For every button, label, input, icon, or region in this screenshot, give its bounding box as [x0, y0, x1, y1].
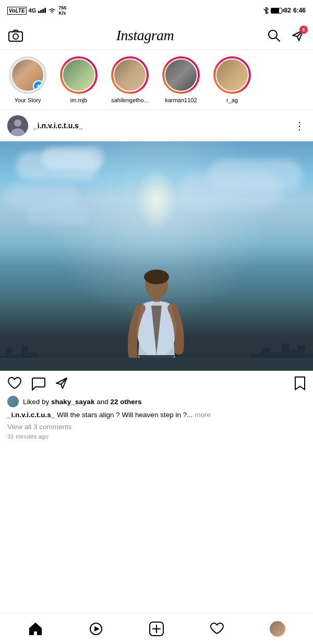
signal-bars: [38, 8, 46, 13]
post-image[interactable]: [0, 141, 313, 371]
network-type: 4G: [29, 7, 37, 14]
send-button[interactable]: 5: [291, 29, 305, 42]
share-icon: [55, 376, 68, 390]
stories-row: + Your Story im.mjb sahilengetho... karm…: [0, 50, 313, 110]
home-icon: [29, 622, 42, 636]
heart-nav-icon: [210, 623, 224, 635]
caption-text: Will the stars align ? Will heaven step …: [57, 411, 192, 419]
person-figure: [123, 225, 190, 371]
time-display: 6:46: [293, 7, 306, 14]
comment-button[interactable]: [31, 376, 45, 391]
more-options-button[interactable]: ⋮: [294, 119, 306, 132]
liked-by-avatar: [7, 396, 19, 407]
story-item-your-story[interactable]: + Your Story: [4, 56, 51, 103]
story-ring-karman: [162, 56, 200, 94]
notification-badge: 5: [299, 26, 308, 34]
carrier-label: VoLTE: [7, 7, 27, 15]
action-left: [7, 376, 68, 391]
bottom-nav-reels[interactable]: [66, 613, 126, 644]
status-right: 82 6:46: [263, 7, 306, 14]
save-button[interactable]: [294, 376, 306, 391]
svg-point-4: [14, 119, 21, 127]
svg-point-8: [144, 270, 169, 284]
top-nav: Instagram 5: [0, 21, 313, 50]
share-button[interactable]: [55, 376, 68, 390]
story-avatar-imjb: [62, 58, 95, 92]
post-header: _i.n.v.i.c.t.u.s_ ⋮: [0, 110, 313, 141]
story-item-karman[interactable]: karman1102: [158, 56, 204, 103]
battery-percent: 82: [284, 7, 291, 14]
bottom-nav-home[interactable]: [5, 613, 66, 644]
post-username[interactable]: _i.n.v.i.c.t.u.s_: [33, 121, 83, 130]
battery-icon: [271, 8, 282, 14]
bookmark-icon: [294, 376, 306, 391]
story-avatar-karman: [164, 58, 198, 92]
nav-icons: 5: [267, 29, 305, 42]
story-avatar-rag: [215, 58, 249, 92]
story-ring-rag: [213, 56, 251, 94]
story-item-imjb[interactable]: im.mjb: [55, 56, 102, 103]
liked-by-prefix: Liked by: [23, 398, 49, 406]
cloud-5: [177, 173, 282, 209]
story-label-imjb: im.mjb: [70, 97, 87, 103]
add-story-button[interactable]: +: [33, 80, 44, 92]
caption-username[interactable]: _i.n.v.i.c.t.u.s_: [7, 411, 55, 419]
story-ring-imjb: [60, 56, 98, 94]
liked-by-and: and: [97, 398, 110, 406]
bluetooth-icon: [263, 7, 269, 14]
comment-icon: [31, 376, 45, 391]
app-logo: Instagram: [116, 27, 174, 44]
bottom-nav-add[interactable]: [126, 613, 187, 644]
liked-by-username[interactable]: shaky_sayak: [51, 398, 94, 406]
story-item-sahil[interactable]: sahilengetho...: [106, 56, 153, 103]
post-caption: _i.n.v.i.c.t.u.s_ Will the stars align ?…: [7, 410, 306, 420]
speed-label: 755K/s: [58, 5, 66, 16]
camera-button[interactable]: [8, 29, 23, 42]
cloud-2: [42, 147, 104, 170]
add-icon: [149, 622, 164, 636]
search-icon: [267, 29, 281, 42]
like-button[interactable]: [7, 376, 22, 390]
post-timestamp: 31 minutes ago: [7, 433, 306, 440]
status-bar: VoLTE 4G 755K/s 82 6:46: [0, 0, 313, 21]
story-item-rag[interactable]: r_ag: [209, 56, 256, 103]
search-button[interactable]: [267, 29, 281, 42]
story-label-sahil: sahilengetho...: [111, 97, 149, 103]
liked-by-count[interactable]: 22 others: [110, 398, 141, 406]
bottom-nav-profile[interactable]: [247, 613, 308, 644]
story-ring-sahil: [111, 56, 149, 94]
bottom-nav: [0, 613, 313, 644]
liked-by: Liked by shaky_sayak and 22 others: [7, 396, 306, 407]
light-burst: [136, 167, 177, 230]
svg-rect-0: [9, 32, 22, 41]
story-ring-your-story: +: [9, 56, 46, 94]
bottom-nav-likes[interactable]: [187, 613, 247, 644]
battery-fill: [271, 8, 279, 13]
caption-more-link[interactable]: more: [195, 411, 211, 419]
post-user-info: _i.n.v.i.c.t.u.s_: [7, 115, 83, 136]
svg-point-1: [13, 34, 18, 39]
liked-by-text: Liked by shaky_sayak and 22 others: [23, 398, 141, 406]
status-left: VoLTE 4G 755K/s: [7, 5, 66, 16]
post-avatar[interactable]: [7, 115, 28, 136]
profile-avatar: [270, 621, 285, 637]
story-label-karman: karman1102: [165, 97, 197, 103]
post-actions: [0, 371, 313, 394]
story-avatar-sahil: [113, 58, 147, 92]
wifi-icon: [48, 7, 56, 14]
wall-ledge: [0, 358, 313, 371]
story-avatar-your-story: +: [11, 58, 44, 92]
heart-icon: [7, 376, 22, 390]
camera-icon: [8, 29, 23, 42]
reels-icon: [89, 622, 103, 636]
story-label-your-story: Your Story: [15, 97, 41, 103]
svg-marker-11: [94, 626, 100, 631]
post-info: Liked by shaky_sayak and 22 others _i.n.…: [0, 394, 313, 440]
cloud-6: [26, 204, 89, 225]
story-label-rag: r_ag: [226, 97, 238, 103]
post-avatar-image: [7, 115, 28, 136]
view-comments-link[interactable]: View all 3 comments: [7, 423, 306, 431]
